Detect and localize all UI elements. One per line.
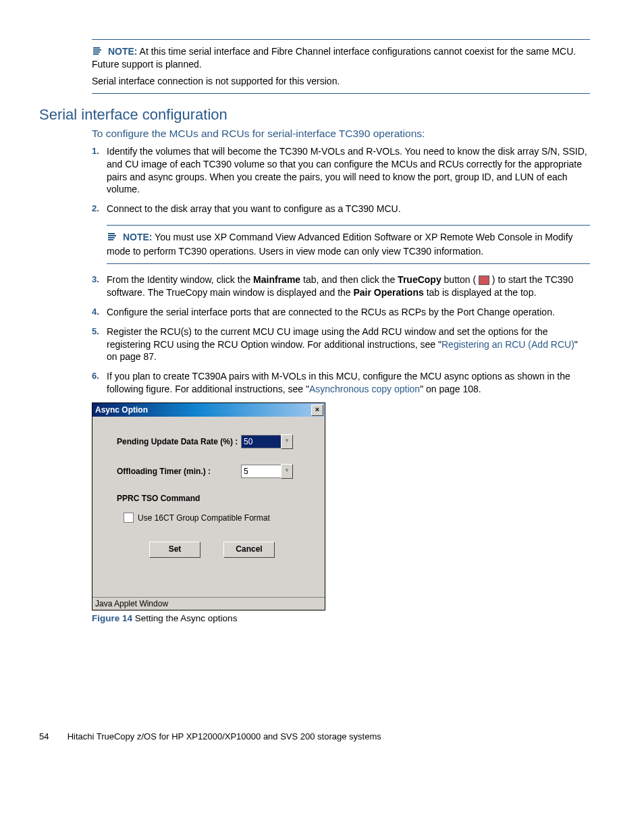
section-heading: Serial interface configuration — [39, 106, 590, 124]
note-label: NOTE: — [123, 232, 153, 242]
note-text-2: Serial interface connection is not suppo… — [92, 75, 590, 88]
offloading-timer-label: Offloading Timer (min.) : — [117, 467, 241, 476]
status-bar: Java Applet Window — [92, 597, 325, 610]
async-option-dialog: Async Option × Pending Update Data Rate … — [92, 402, 325, 610]
note-label: NOTE: — [108, 46, 138, 57]
step-2: 2. Connect to the disk array that you wa… — [92, 203, 590, 264]
use-16ct-checkbox[interactable] — [124, 513, 134, 523]
step-1: 1. Identify the volumes that will become… — [92, 145, 590, 197]
dialog-title: Async Option — [95, 405, 311, 415]
pending-update-label: Pending Update Data Rate (%) : — [117, 437, 241, 446]
dropdown-icon[interactable]: ▼ — [281, 464, 293, 479]
footer-text: Hitachi TrueCopy z/OS for HP XP12000/XP1… — [68, 731, 381, 741]
step-3: 3. From the Identity window, click the M… — [92, 273, 590, 299]
note-text-1: At this time serial interface and Fibre … — [92, 46, 576, 70]
page-footer: 54 Hitachi TrueCopy z/OS for HP XP12000/… — [39, 731, 590, 741]
set-button[interactable]: Set — [149, 542, 200, 558]
dropdown-icon[interactable]: ▼ — [281, 434, 293, 449]
pending-update-input[interactable]: 50 — [241, 435, 281, 448]
step-6: 6. If you plan to create TC390A pairs wi… — [92, 370, 590, 396]
step-4: 4. Configure the serial interface ports … — [92, 306, 590, 319]
use-16ct-label: Use 16CT Group Compatible Format — [138, 513, 270, 523]
section-subheading: To configure the MCUs and RCUs for seria… — [92, 128, 590, 140]
cancel-button[interactable]: Cancel — [223, 542, 275, 558]
inner-note-text: You must use XP Command View Advanced Ed… — [107, 232, 573, 257]
pprc-section-label: PPRC TSO Command — [117, 494, 307, 503]
note-icon — [92, 45, 104, 58]
offloading-timer-input[interactable]: 5 — [241, 465, 281, 478]
page-number: 54 — [39, 731, 65, 741]
note-icon — [107, 231, 119, 245]
figure-caption: Figure 14 Setting the Async options — [92, 613, 590, 623]
step-5: 5. Register the RCU(s) to the current MC… — [92, 325, 590, 364]
link-async-copy-option[interactable]: Asynchronous copy option — [309, 384, 420, 394]
truecopy-icon — [479, 276, 489, 285]
close-icon[interactable]: × — [311, 405, 323, 416]
link-registering-rcu[interactable]: Registering an RCU (Add RCU) — [441, 339, 574, 350]
